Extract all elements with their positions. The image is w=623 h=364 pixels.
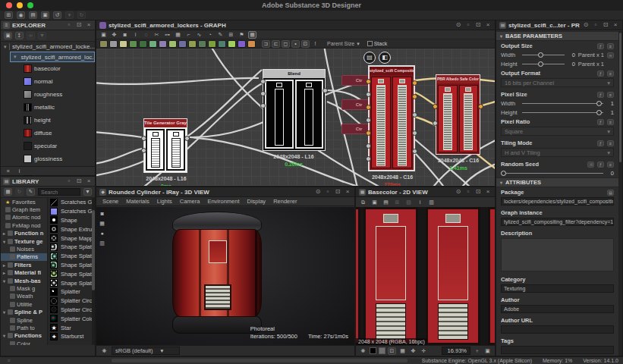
grid-snap-icon[interactable]: ▦ xyxy=(248,31,256,39)
export-icon[interactable]: ↥ xyxy=(15,32,24,39)
pan-tool-icon[interactable]: ✥ xyxy=(110,31,118,39)
info-icon[interactable]: i xyxy=(131,31,140,39)
function-icon[interactable]: ƒ xyxy=(597,162,604,168)
category-row[interactable]: Favorites xyxy=(1,198,47,206)
width-slider[interactable] xyxy=(522,100,603,107)
sharpen-node-icon[interactable] xyxy=(198,40,206,48)
output-row[interactable]: metallic xyxy=(1,101,95,114)
camera-icon[interactable]: ◙ xyxy=(98,210,106,218)
category-row[interactable]: Utilitie xyxy=(1,300,47,308)
library-item[interactable]: Shape Splatter Da... xyxy=(48,269,95,278)
input-port[interactable] xyxy=(433,121,438,126)
view3d-tab-title[interactable]: Rounded Cylinder - IRay - 3D VIEW xyxy=(109,189,312,196)
param-menu-icon[interactable]: ≡ xyxy=(607,140,614,146)
close-panel-icon[interactable]: × xyxy=(484,188,492,196)
transform-node-icon[interactable] xyxy=(208,40,216,48)
category-row[interactable]: Atomic nod xyxy=(1,214,47,221)
package-field[interactable]: lockers/dependencies/stylized_scifi_comp… xyxy=(501,197,614,206)
parent-size-control[interactable]: Parent Size ▾ xyxy=(327,41,360,47)
ao-node-icon[interactable] xyxy=(247,40,256,48)
input-port[interactable] xyxy=(366,156,371,162)
close-panel-icon[interactable]: × xyxy=(344,188,351,196)
blur-node-icon[interactable] xyxy=(119,40,127,48)
float-panel-icon[interactable]: ▫ xyxy=(65,177,73,185)
close-panel-icon[interactable]: × xyxy=(612,21,619,29)
tiling-icon[interactable]: ▧ xyxy=(404,199,413,206)
filter-icon[interactable]: ▼ xyxy=(38,32,46,39)
new-item-icon[interactable]: ▦ xyxy=(4,188,12,196)
pin-graph-icon[interactable]: ⚑ xyxy=(238,31,246,39)
filter-icon[interactable]: ▼ xyxy=(83,188,92,196)
shuffle-icon[interactable]: ⤨ xyxy=(587,162,594,168)
param-menu-icon[interactable]: ≡ xyxy=(607,162,614,168)
output-port[interactable] xyxy=(478,104,483,109)
output-port[interactable] xyxy=(323,88,328,93)
new-graph-icon[interactable]: ⊞ xyxy=(5,11,13,19)
curvature-node-icon[interactable] xyxy=(238,40,246,48)
info-icon[interactable]: i xyxy=(416,199,424,206)
library-item[interactable]: Starburst xyxy=(48,332,95,341)
view3d-menu-item[interactable]: Renderer xyxy=(273,198,297,205)
curved-links-icon[interactable]: ∿ xyxy=(195,31,203,39)
normal-node-icon[interactable] xyxy=(188,40,197,48)
attributes-header[interactable]: ▾ ATTRIBUTES xyxy=(496,177,618,187)
pan-icon[interactable]: ✥ xyxy=(409,347,417,355)
package-row[interactable]: ▾ stylized_scifi_armored_locke... xyxy=(1,42,95,52)
properties-scrollbar[interactable] xyxy=(618,31,622,356)
save-icon[interactable]: ▣ xyxy=(4,32,12,39)
zoom-level-field[interactable]: 16.93% xyxy=(442,347,470,355)
output-row[interactable]: normal xyxy=(1,75,95,88)
stats-icon[interactable]: ▥ xyxy=(98,240,106,247)
log-icon[interactable]: ≡ xyxy=(5,357,13,364)
library-item[interactable]: Scratches Generator xyxy=(48,198,95,207)
pbr-albedo-node[interactable]: PBR Albedo Safe Color xyxy=(436,74,480,155)
base-parameters-header[interactable]: ▾ BASE PARAMETERS xyxy=(496,31,618,41)
library-item[interactable]: Shape xyxy=(48,216,95,225)
snapshot-icon[interactable]: ◙ xyxy=(121,31,129,39)
output-format-dropdown[interactable]: 16 bits per Channel ▾ xyxy=(501,78,614,87)
library-item[interactable]: Shape Splatter xyxy=(48,243,95,252)
tile-generator-node[interactable]: Tile Generator Grayscale xyxy=(143,118,187,173)
link-icon[interactable]: ∞ xyxy=(27,32,35,39)
hsl-node-icon[interactable] xyxy=(168,40,177,48)
select-tool-icon[interactable]: ▣ xyxy=(99,31,108,39)
output-port[interactable] xyxy=(412,112,417,118)
maximize-panel-icon[interactable]: ⊡ xyxy=(334,188,341,196)
input-port[interactable] xyxy=(260,91,266,96)
category-row[interactable]: Mask g xyxy=(1,284,47,292)
library-item[interactable]: Shape Splatter Ble... xyxy=(48,252,95,261)
list-view-icon[interactable]: ≡ xyxy=(4,168,12,175)
param-menu-icon[interactable]: ≡ xyxy=(607,43,614,49)
category-row[interactable]: FxMap nod xyxy=(1,221,47,229)
view3d-menu-item[interactable]: Camera xyxy=(180,198,200,205)
library-item[interactable]: Star xyxy=(48,323,95,332)
library-item[interactable]: Shape Splatter ... xyxy=(48,278,95,287)
pixel-ratio-dropdown[interactable]: Square ▾ xyxy=(501,127,614,136)
library-item[interactable]: Splatter Circul... xyxy=(48,306,95,315)
height-node-icon[interactable] xyxy=(228,40,236,48)
warp-node-icon[interactable] xyxy=(218,40,226,48)
float-panel-icon[interactable]: ▫ xyxy=(464,188,472,196)
wireframe-icon[interactable]: ▦ xyxy=(98,220,106,228)
maximize-panel-icon[interactable]: ⊡ xyxy=(75,177,83,185)
channels-icon[interactable]: ❋ xyxy=(359,347,367,355)
tags-field[interactable] xyxy=(501,346,614,354)
float-panel-icon[interactable]: ▫ xyxy=(65,21,73,29)
category-row[interactable]: Mesh-bas xyxy=(1,277,47,284)
input-port[interactable] xyxy=(433,104,438,109)
category-row[interactable]: Texture ge xyxy=(1,237,47,245)
function-icon[interactable]: ƒ xyxy=(597,43,604,49)
channel-shuffle-node-icon[interactable] xyxy=(139,40,147,48)
input-port[interactable] xyxy=(141,148,146,153)
undo-dropdown-icon[interactable]: ▾ xyxy=(65,11,74,19)
straight-links-icon[interactable]: ⌐ xyxy=(184,31,193,39)
center-icon[interactable]: ✛ xyxy=(420,347,428,355)
levels-node-icon[interactable] xyxy=(178,40,187,48)
maximize-panel-icon[interactable]: ⊡ xyxy=(75,21,83,29)
blend-node[interactable]: Blend xyxy=(263,69,326,151)
open-folder-icon[interactable]: ▤ xyxy=(29,11,37,19)
function-icon[interactable]: ƒ xyxy=(597,140,604,146)
category-row[interactable]: Filters xyxy=(1,261,47,268)
float-panel-icon[interactable]: ▫ xyxy=(464,21,472,29)
output-row[interactable]: diffuse xyxy=(1,127,95,140)
